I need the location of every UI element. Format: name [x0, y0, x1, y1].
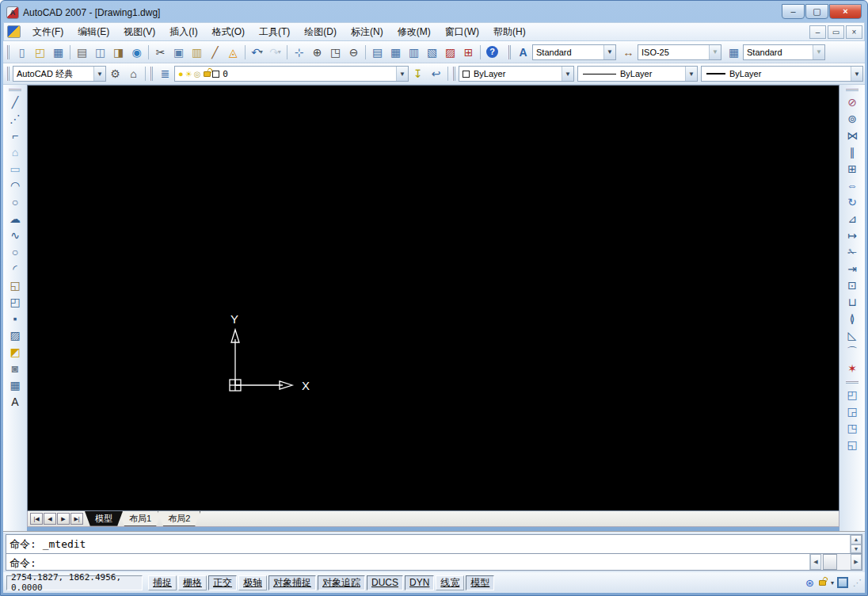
gradient-button[interactable]: ◩	[6, 343, 24, 360]
workspace-settings-button[interactable]: ⚙	[106, 65, 124, 82]
workspace-dropdown-icon[interactable]: ▼	[93, 67, 105, 81]
point-button[interactable]: ▪	[6, 310, 24, 327]
tab-layout1[interactable]: 布局1	[119, 511, 162, 526]
redo-dropdown-icon[interactable]: ▾	[278, 48, 281, 55]
layer-vp-freeze-icon[interactable]: ◎	[194, 70, 201, 78]
rectangle-button[interactable]: ▭	[6, 160, 24, 177]
markup-set-manager-button[interactable]: ▨	[441, 44, 459, 61]
ellipse-arc-button[interactable]: ◜	[6, 260, 24, 277]
help-button[interactable]: ?	[483, 44, 501, 61]
drawing-canvas[interactable]: Y X	[27, 85, 839, 511]
maximize-button[interactable]: ▢	[805, 4, 828, 19]
menu-tools[interactable]: 工具(T)	[252, 24, 297, 40]
table-button[interactable]: ▦	[6, 376, 24, 393]
scroll-right-icon[interactable]: ▶	[851, 554, 862, 570]
plot-button[interactable]: ▤	[73, 44, 91, 61]
bring-above-objects-button[interactable]: ◳	[843, 419, 861, 436]
publish-button[interactable]: ◨	[109, 44, 128, 61]
construction-line-button[interactable]: ⋰	[6, 110, 24, 127]
scale-button[interactable]: ⊿	[843, 210, 861, 227]
toolbar-grip[interactable]	[846, 88, 858, 91]
polygon-button[interactable]: ⌂	[6, 143, 24, 160]
dim-style-button[interactable]: ↔	[619, 44, 638, 61]
tab-layout2[interactable]: 布局2	[158, 511, 200, 526]
scroll-down-icon[interactable]: ▼	[851, 544, 862, 554]
zoom-window-button[interactable]: ◳	[326, 44, 345, 61]
scroll-left-icon[interactable]: ◀	[810, 554, 821, 570]
mdi-restore-button[interactable]: ▭	[828, 25, 844, 39]
open-file-button[interactable]: ◰	[31, 44, 49, 61]
send-under-objects-button[interactable]: ◱	[843, 436, 861, 453]
toolbar-grip[interactable]	[6, 45, 10, 59]
save-button[interactable]: ▦	[49, 44, 67, 61]
toggle-lineweight[interactable]: 线宽	[436, 575, 464, 590]
layer-combo[interactable]: ● ☀ ◎ 0 ▼	[174, 66, 409, 82]
toolbar-grip[interactable]	[6, 67, 10, 81]
layer-on-icon[interactable]: ●	[178, 69, 184, 78]
tab-next-button[interactable]: ▶	[57, 513, 70, 525]
block-editor-button[interactable]: ◬	[224, 44, 242, 61]
rotate-button[interactable]: ↻	[843, 193, 861, 210]
layer-color-swatch[interactable]	[212, 71, 219, 78]
undo-button[interactable]: ↶▾	[248, 44, 266, 61]
ellipse-button[interactable]: ○	[6, 243, 24, 260]
command-input[interactable]: 命令: ◀ ▶	[6, 554, 862, 571]
close-button[interactable]: ×	[829, 4, 862, 19]
toolbar-grip[interactable]	[508, 45, 511, 59]
coordinates-display[interactable]: 2754.1827, 1862.4956, 0.0000	[6, 575, 143, 590]
region-button[interactable]: ◙	[6, 360, 24, 376]
toolbar-grip[interactable]	[9, 88, 21, 91]
toggle-dyn[interactable]: DYN	[405, 575, 434, 590]
command-vscroll[interactable]: ▲ ▼	[850, 535, 862, 553]
app-icon[interactable]: A	[6, 6, 19, 19]
match-properties-button[interactable]: ╱	[206, 44, 224, 61]
break-button[interactable]: ⊔	[843, 293, 861, 310]
menu-help[interactable]: 帮助(H)	[486, 24, 533, 40]
properties-button[interactable]: ▤	[368, 44, 386, 61]
array-button[interactable]: ⊞	[843, 160, 861, 177]
toggle-model[interactable]: 模型	[466, 575, 494, 590]
table-style-combo[interactable]: Standard ▼	[743, 44, 825, 60]
table-style-button[interactable]: ▦	[725, 44, 743, 61]
mdi-minimize-button[interactable]: –	[809, 25, 826, 39]
linetype-combo[interactable]: ByLayer ▼	[577, 66, 698, 82]
toolbar-unlock-icon[interactable]	[819, 580, 826, 586]
toggle-polar[interactable]: 极轴	[238, 575, 267, 590]
toggle-otrack[interactable]: 对象追踪	[318, 575, 365, 590]
color-combo[interactable]: ByLayer ▼	[459, 66, 574, 82]
layer-previous-button[interactable]: ↩	[427, 65, 445, 82]
layer-dropdown-icon[interactable]: ▼	[396, 67, 408, 81]
scroll-thumb[interactable]	[823, 554, 837, 570]
layer-properties-manager-button[interactable]: ≣	[156, 65, 174, 82]
chamfer-button[interactable]: ◺	[843, 327, 861, 343]
table-style-dropdown-icon[interactable]: ▼	[813, 45, 824, 59]
toggle-ducs[interactable]: DUCS	[367, 575, 403, 590]
bring-to-front-button[interactable]: ◰	[843, 386, 861, 403]
dim-style-combo[interactable]: ISO-25 ▼	[638, 44, 721, 60]
menu-file[interactable]: 文件(F)	[25, 24, 70, 40]
minimize-button[interactable]: –	[782, 4, 805, 19]
3d-dwf-button[interactable]: ◉	[128, 44, 146, 61]
cut-button[interactable]: ✂	[151, 44, 169, 61]
undo-dropdown-icon[interactable]: ▾	[260, 48, 263, 55]
toggle-grid[interactable]: 栅格	[178, 575, 207, 590]
tab-last-button[interactable]: ▶|	[70, 513, 83, 525]
plot-preview-button[interactable]: ◫	[91, 44, 109, 61]
text-style-combo[interactable]: Standard ▼	[532, 44, 616, 60]
polyline-button[interactable]: ⌐	[6, 127, 24, 143]
erase-button[interactable]: ⊘	[843, 94, 861, 110]
lineweight-dropdown-icon[interactable]: ▼	[851, 67, 862, 81]
toggle-ortho[interactable]: 正交	[208, 575, 237, 590]
insert-block-button[interactable]: ◱	[6, 277, 24, 293]
quickcalc-button[interactable]: ⊞	[459, 44, 478, 61]
tab-model[interactable]: 模型	[85, 511, 123, 526]
stretch-button[interactable]: ↦	[843, 227, 861, 243]
clean-screen-button[interactable]	[837, 577, 848, 588]
arc-button[interactable]: ◠	[6, 177, 24, 193]
circle-button[interactable]: ○	[6, 193, 24, 210]
zoom-realtime-button[interactable]: ⊕	[308, 44, 326, 61]
command-history[interactable]: 命令: _mtedit ▲ ▼	[6, 534, 862, 554]
offset-button[interactable]: ∥	[843, 143, 861, 160]
color-dropdown-icon[interactable]: ▼	[562, 67, 573, 81]
resize-grip[interactable]: ⋰	[853, 578, 862, 588]
